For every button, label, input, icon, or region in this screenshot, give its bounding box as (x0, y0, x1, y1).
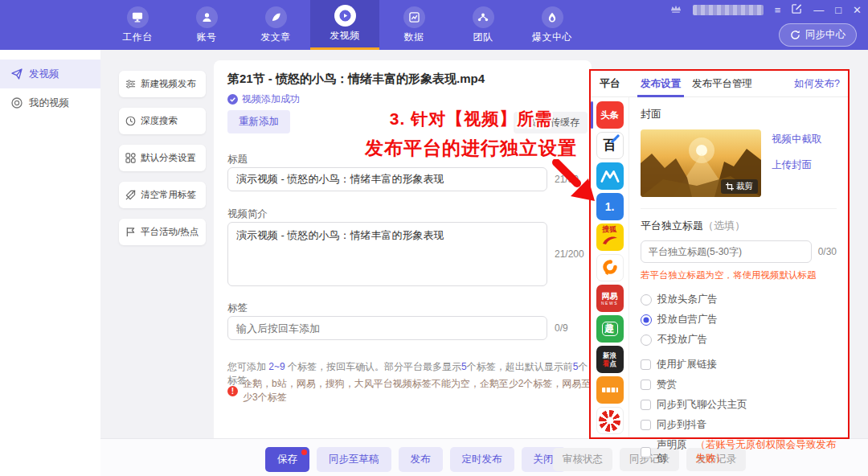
radio-toutiao-ads[interactable]: 投放头条广告 (641, 293, 837, 306)
panel-body: 封面 (629, 97, 848, 437)
platform-icon-qutoutiao[interactable]: 趣 (596, 315, 624, 343)
tiny-text-bar (602, 388, 618, 392)
exclamation-icon: ! (227, 386, 238, 396)
feather-icon (265, 6, 287, 28)
crop-icon (726, 183, 734, 191)
deep-search-button[interactable]: 深度搜索 (119, 108, 206, 134)
maximize-button[interactable]: □ (835, 5, 841, 15)
crop-button[interactable]: 裁剪 (721, 179, 758, 194)
upload-status: 视频添加成功 (227, 92, 300, 106)
capture-from-video-link[interactable]: 视频中截取 (772, 133, 822, 146)
tab-publish-settings[interactable]: 发布设置 (641, 71, 681, 97)
checkbox (641, 359, 651, 370)
app-window: ≡ — □ ✕ 工作台 账号 发文章 发视频 (0, 0, 868, 476)
new-video-publish-button[interactable]: 新建视频发布 (119, 71, 206, 97)
video-form-panel: 第21节 - 愤怒的小鸟：情绪丰富的形象表现.mp4 视频添加成功 重新添加 清… (214, 60, 592, 438)
person-icon (196, 6, 218, 28)
independent-title-note: 若平台独立标题为空，将使用视频默认标题 (641, 269, 837, 281)
platform-icon-dongfang[interactable] (596, 254, 624, 281)
checkbox-appreciation[interactable]: 赞赏 (641, 378, 837, 392)
phoenix-pinwheel-glyph (599, 410, 620, 432)
tab-platform-management[interactable]: 发布平台管理 (692, 71, 752, 97)
flame-icon (542, 6, 563, 28)
divider (641, 208, 837, 209)
checkbox-sync-feiliao[interactable]: 同步到飞聊公共主页 (641, 398, 837, 412)
independent-title-label: 平台独立标题（选填） (641, 219, 837, 233)
description-field-label: 视频简介 (227, 207, 268, 221)
radio-circle (641, 294, 652, 306)
platform-activity-button[interactable]: 平台活动/热点 (119, 219, 206, 245)
unsaved-dot (301, 449, 307, 455)
tools-column: 新建视频发布 深度搜索 默认分类设置 清空常用标签 平台活动/热点 (119, 71, 206, 245)
platform-icon-baijiahao[interactable]: 百 (596, 132, 624, 159)
platform-icon-netease[interactable]: 网易NEWS (596, 285, 624, 312)
description-textarea[interactable]: 演示视频 - 愤怒的小鸟：情绪丰富的形象表现 (227, 222, 547, 286)
edit-account-icon[interactable] (792, 3, 802, 16)
tags-input[interactable] (227, 316, 547, 340)
platform-icon-sina-kandian[interactable]: 新浪看点 (596, 346, 624, 373)
left-sidebar: 发视频 我的视频 (0, 50, 100, 476)
checkbox-sync-douyin[interactable]: 同步到抖音 (641, 418, 837, 432)
checkbox (641, 420, 651, 430)
platform-icon-dayu[interactable] (596, 162, 624, 190)
platform-icon-dafeng-phoenix[interactable] (596, 407, 624, 434)
publish-button[interactable]: 发布 (399, 447, 443, 472)
scheduled-publish-button[interactable]: 定时发布 (450, 447, 514, 472)
top-navigation: 工作台 账号 发文章 发视频 数据 团队 (103, 0, 587, 50)
nav-tab-hot-articles[interactable]: 爆文中心 (518, 0, 587, 50)
platform-icon-yidian[interactable]: 1. (596, 193, 624, 220)
nav-tab-team[interactable]: 团队 (448, 0, 518, 50)
paper-plane-icon (11, 68, 23, 80)
platform-icon-rail: 头条 百 1. 搜狐 网易NEWS 趣 新浪看点 (591, 97, 629, 437)
monitor-icon (127, 6, 149, 28)
how-to-publish-link[interactable]: 如何发布? (794, 77, 840, 91)
nav-tab-publish-article[interactable]: 发文章 (241, 0, 310, 50)
platform-icon-sohu[interactable]: 搜狐 (596, 224, 624, 251)
close-button[interactable]: ✕ (853, 5, 862, 15)
description-counter: 21/200 (555, 248, 584, 260)
nav-tab-publish-video[interactable]: 发视频 (310, 0, 379, 50)
clear-common-tags-button[interactable]: 清空常用标签 (119, 182, 206, 208)
readd-video-button[interactable]: 重新添加 (227, 110, 290, 133)
checkbox-declare-original[interactable]: 声明原创（若账号无原创权限会导致发布失败） (641, 438, 837, 466)
review-status-button[interactable]: 审核状态 (553, 448, 612, 471)
title-field-label: 标题 (227, 153, 248, 166)
team-network-icon (473, 6, 494, 28)
save-button[interactable]: 保存 (265, 447, 309, 472)
video-filename: 第21节 - 愤怒的小鸟：情绪丰富的形象表现.mp4 (227, 72, 485, 87)
radio-circle-checked (641, 314, 652, 326)
account-number-masked (693, 5, 764, 15)
nav-tab-accounts[interactable]: 账号 (172, 0, 241, 50)
radio-self-ads[interactable]: 投放自营广告 (641, 313, 837, 326)
red-swoosh (601, 233, 619, 246)
orange-swirl-glyph (600, 258, 620, 277)
platform-rail-title: 平台 (591, 76, 629, 91)
checkbox-extended-link[interactable]: 使用扩展链接 (641, 358, 837, 371)
sidebar-item-my-videos[interactable]: 我的视频 (0, 88, 100, 117)
checkbox (641, 447, 651, 458)
default-category-settings-button[interactable]: 默认分类设置 (119, 145, 206, 171)
sliders-icon (125, 79, 136, 89)
cover-thumbnail[interactable]: 裁剪 (641, 129, 761, 197)
platform-icon-toutiao[interactable]: 头条 (596, 101, 624, 129)
grid-icon (125, 153, 136, 163)
radio-no-ads[interactable]: 不投放广告 (641, 333, 837, 347)
platform-icon-orange-media[interactable] (596, 376, 624, 404)
options-checkbox-group: 使用扩展链接 赞赏 同步到飞聊公共主页 同步到抖音 声明原创（若账号无原创权限会… (641, 358, 837, 466)
play-video-icon (334, 5, 356, 27)
independent-title-input[interactable] (641, 240, 812, 263)
nav-tab-workbench[interactable]: 工作台 (103, 0, 172, 50)
nav-tab-data[interactable]: 数据 (379, 0, 448, 50)
sync-to-draft-button[interactable]: 同步至草稿 (317, 447, 391, 472)
platform-settings-panel: 平台 发布设置 发布平台管理 如何发布? 头条 百 1. 搜狐 网易NEWS 趣… (589, 69, 850, 439)
menu-icon[interactable]: ≡ (775, 5, 781, 15)
title-counter: 21/30 (555, 174, 579, 185)
minimize-button[interactable]: — (813, 5, 824, 15)
title-input[interactable] (227, 167, 547, 191)
sync-center-button[interactable]: 同步中心 (779, 23, 857, 47)
sidebar-item-publish-video[interactable]: 发视频 (0, 60, 100, 88)
clear-upload-cache-button[interactable]: 清除上传缓存 (514, 112, 588, 133)
tags-counter: 0/9 (555, 322, 568, 334)
tags-warning: ! 企鹅，b站，网易，搜狗，大风平台视频标签不能为空，企鹅至少2个标签，网易至少… (227, 377, 592, 404)
upload-cover-link[interactable]: 上传封面 (772, 158, 822, 172)
